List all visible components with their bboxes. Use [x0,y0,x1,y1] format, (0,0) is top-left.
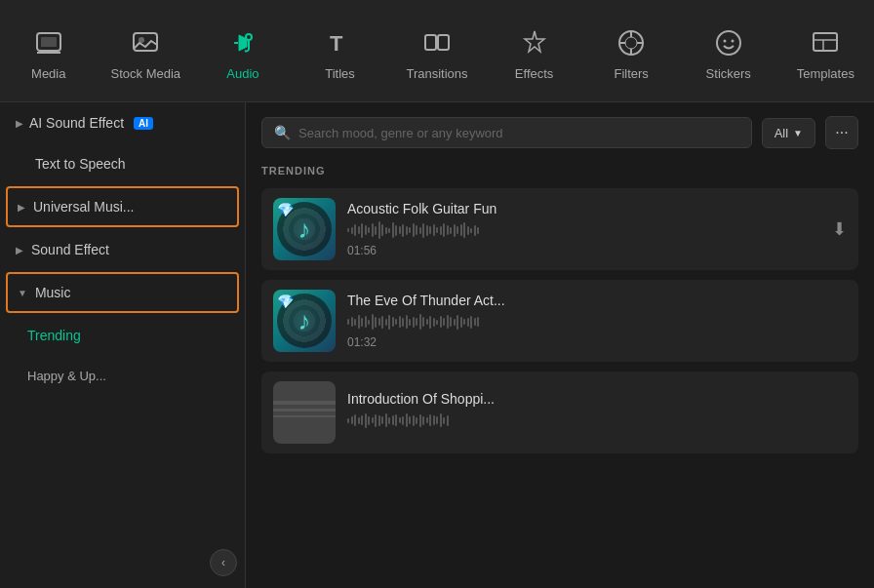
track-title-1: Acoustic Folk Guitar Fun [347,201,820,216]
sidebar-universal-music-label: Universal Musi... [33,199,134,215]
track-info-3: Introduction Of Shoppi... [347,391,847,434]
svg-point-18 [723,39,726,42]
nav-titles[interactable]: T Titles [292,20,389,87]
transitions-icon [419,25,455,60]
waveform-2 [347,312,847,332]
search-input-wrapper[interactable]: 🔍 [261,117,752,148]
nav-stickers[interactable]: Stickers [680,20,777,87]
nav-audio[interactable]: Audio [194,20,292,87]
nav-media-label: Media [31,66,65,81]
svg-rect-8 [425,35,436,50]
svg-text:T: T [330,31,343,56]
right-content-area: 🔍 All ▼ ··· TRENDING 💎 ♪ Acoustic Folk G… [246,102,874,588]
nav-templates-label: Templates [797,66,854,81]
track-duration-2: 01:32 [347,335,847,349]
nav-transitions[interactable]: Transitions [388,20,486,87]
sidebar-text-to-speech-label: Text to Speech [35,156,126,172]
sidebar-item-sound-effect[interactable]: ▶ Sound Effect [0,229,245,270]
track-duration-1: 01:56 [347,244,820,257]
sidebar-music-label: Music [35,285,71,300]
sidebar-happy-up-label: Happy & Up... [27,369,106,383]
filters-icon [614,25,649,60]
track-title-2: The Eve Of Thunder Act... [347,293,847,308]
sidebar-item-universal-music[interactable]: ▶ Universal Musi... [6,186,239,227]
sidebar-sound-effect-label: Sound Effect [31,242,109,257]
svg-point-19 [731,39,734,42]
media-icon [31,25,66,60]
filter-all-button[interactable]: All ▼ [762,118,815,148]
sidebar-item-happy-up[interactable]: Happy & Up... [0,356,245,396]
track-card-1[interactable]: 💎 ♪ Acoustic Folk Guitar Fun 01:56 ⬇ [261,188,858,270]
audio-icon [225,25,260,60]
nav-effects-label: Effects [515,66,554,81]
nav-transitions-label: Transitions [406,66,467,81]
track-card-2[interactable]: 💎 ♪ The Eve Of Thunder Act... 01:32 [261,280,858,362]
track-card-3[interactable]: Introduction Of Shoppi... [261,372,858,453]
nav-stock-media-label: Stock Media [111,66,181,81]
collapse-icon: ‹ [221,556,225,569]
filter-label: All [775,126,788,140]
music-note-icon-1: ♪ [298,215,311,245]
track-title-3: Introduction Of Shoppi... [347,391,847,407]
sidebar-item-text-to-speech[interactable]: Text to Speech [0,143,245,184]
chevron-right-icon-2: ▶ [18,202,25,213]
nav-stock-media[interactable]: Stock Media [98,20,195,87]
nav-media[interactable]: Media [0,20,98,87]
more-options-button[interactable]: ··· [825,116,858,149]
ai-badge: AI [134,117,153,130]
search-bar: 🔍 All ▼ ··· [261,116,858,149]
track-info-1: Acoustic Folk Guitar Fun 01:56 [347,201,820,257]
track-thumbnail-3 [273,381,336,444]
titles-icon: T [322,25,357,60]
stock-media-icon [128,25,163,60]
sidebar-item-ai-sound-effect[interactable]: ▶ AI Sound Effect AI [0,102,245,143]
search-icon: 🔍 [274,125,291,140]
waveform-1 [347,220,820,240]
track-thumbnail-1: 💎 ♪ [273,198,336,260]
nav-stickers-label: Stickers [706,66,751,81]
nav-audio-label: Audio [226,66,258,81]
stickers-icon [711,25,746,60]
search-input[interactable] [298,126,739,140]
svg-rect-9 [438,35,449,50]
chevron-down-icon: ▼ [18,288,27,298]
main-area: ▶ AI Sound Effect AI Text to Speech ▶ Un… [0,102,874,588]
premium-badge-2: 💎 [277,294,294,309]
nav-filters[interactable]: Filters [582,20,680,87]
chevron-right-icon-3: ▶ [16,245,23,255]
sidebar-ai-sound-label: AI Sound Effect [29,115,124,131]
track-info-2: The Eve Of Thunder Act... 01:32 [347,293,847,349]
nav-filters-label: Filters [614,66,648,81]
svg-point-5 [246,34,252,40]
chevron-down-icon-filter: ▼ [793,128,803,138]
nav-titles-label: Titles [325,66,355,81]
sidebar-item-music[interactable]: ▼ Music [6,272,239,313]
svg-point-17 [717,31,740,55]
collapse-sidebar-button[interactable]: ‹ [210,549,237,576]
nav-templates[interactable]: Templates [777,20,875,87]
waveform-3 [347,411,847,430]
svg-point-12 [625,37,637,49]
sidebar: ▶ AI Sound Effect AI Text to Speech ▶ Un… [0,102,246,588]
chevron-right-icon: ▶ [16,118,23,129]
sidebar-item-trending[interactable]: Trending [0,315,245,356]
sidebar-trending-label: Trending [27,328,81,343]
templates-icon [808,25,843,60]
trending-section-label: TRENDING [261,165,858,176]
track-thumbnail-2: 💎 ♪ [273,290,336,352]
download-button-1[interactable]: ⬇ [832,218,847,240]
effects-icon [517,25,552,60]
premium-badge-1: 💎 [277,202,294,217]
nav-effects[interactable]: Effects [486,20,583,87]
top-navigation: Media Stock Media Audio T [0,0,874,102]
more-icon: ··· [835,124,848,141]
svg-rect-1 [41,37,57,47]
svg-rect-20 [814,33,837,51]
music-note-icon-2: ♪ [298,306,311,336]
